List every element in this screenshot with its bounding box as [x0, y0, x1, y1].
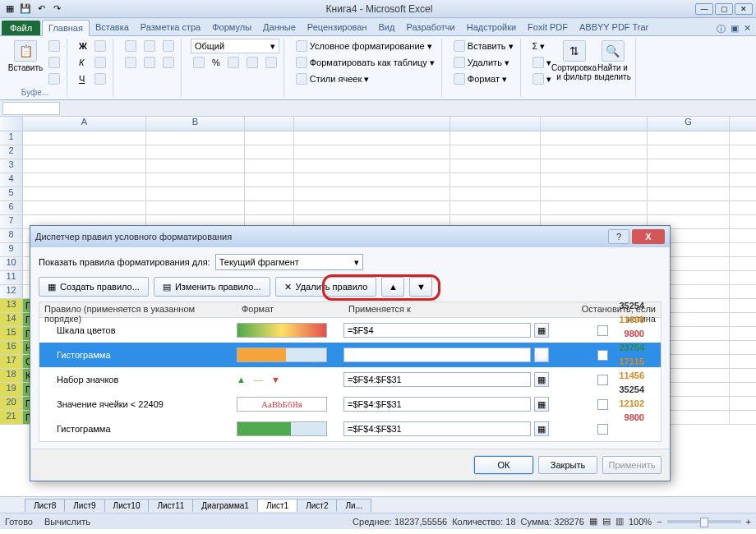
sheet-tab[interactable]: Диаграмма1 — [192, 499, 258, 512]
clear-button[interactable]: ▾ — [530, 71, 554, 86]
cut-button[interactable] — [46, 39, 62, 53]
applies-to-input[interactable]: =$F$4 — [343, 323, 531, 338]
ribbon-tab[interactable]: Вставка — [90, 20, 135, 35]
row-header[interactable]: 9 — [0, 243, 23, 256]
autosum-button[interactable]: Σ ▾ — [530, 39, 554, 53]
percent-button[interactable]: % — [210, 55, 223, 70]
row-header[interactable]: 18 — [0, 369, 23, 382]
align-center-button[interactable] — [141, 55, 158, 70]
ribbon-tab[interactable]: Разработчи — [400, 20, 460, 35]
ribbon-tab[interactable]: Foxit PDF — [522, 20, 574, 35]
apply-button[interactable]: Применить — [602, 456, 662, 474]
move-down-button[interactable]: ▼ — [409, 277, 432, 297]
col-header[interactable]: G — [648, 117, 730, 131]
bold-button[interactable]: Ж — [76, 39, 90, 53]
find-select-button[interactable]: 🔍 Найти и выделить — [595, 39, 631, 81]
row-header[interactable]: 8 — [0, 229, 23, 242]
stop-if-true-checkbox[interactable] — [597, 424, 608, 435]
sheet-tab[interactable]: Лист8 — [25, 499, 65, 512]
cell-styles-button[interactable]: Стили ячеек ▾ — [293, 71, 437, 86]
fill-color-button[interactable] — [92, 55, 108, 70]
view-break-icon[interactable]: ▥ — [615, 516, 624, 527]
zoom-out-button[interactable]: − — [657, 517, 662, 527]
edit-rule-button[interactable]: ▤Изменить правило... — [154, 277, 270, 297]
applies-to-input[interactable]: =$F$4:$F$31 — [343, 372, 531, 387]
italic-button[interactable]: К — [76, 55, 90, 70]
applies-to-input[interactable]: =$F$4:$F$31 — [343, 397, 531, 412]
ribbon-min-icon[interactable]: ▣ — [731, 23, 739, 35]
range-picker-button[interactable]: ▦ — [534, 323, 549, 338]
stop-if-true-checkbox[interactable] — [597, 350, 608, 361]
currency-button[interactable] — [191, 55, 207, 70]
ribbon-tab[interactable]: Формулы — [206, 20, 257, 35]
number-format-select[interactable]: Общий▾ — [191, 39, 279, 53]
rule-row[interactable]: Гистограмма=$F$6▦ — [39, 343, 661, 367]
paste-button[interactable]: 📋 Вставить — [7, 39, 44, 72]
sort-filter-button[interactable]: ⇅ Сортировка и фильтр — [556, 39, 592, 81]
sheet-tab[interactable]: Ли... — [336, 499, 371, 512]
close-button[interactable]: ✕ — [735, 3, 753, 15]
row-header[interactable]: 7 — [0, 215, 23, 228]
row-header[interactable]: 12 — [0, 285, 23, 298]
ribbon-tab[interactable]: Разметка стра — [135, 20, 206, 35]
merge-button[interactable] — [160, 55, 177, 70]
view-layout-icon[interactable]: ▤ — [602, 516, 611, 527]
align-top-button[interactable] — [122, 39, 139, 53]
row-header[interactable]: 16 — [0, 341, 23, 354]
sheet-tab[interactable]: Лист2 — [297, 499, 337, 512]
redo-icon[interactable]: ↷ — [50, 2, 63, 16]
dialog-titlebar[interactable]: Диспетчер правил условного форматировани… — [30, 226, 670, 247]
insert-cells-button[interactable]: Вставить ▾ — [451, 39, 516, 53]
row-header[interactable]: 10 — [0, 257, 23, 270]
conditional-formatting-button[interactable]: Условное форматирование ▾ — [293, 39, 437, 53]
align-left-button[interactable] — [122, 55, 139, 70]
name-box[interactable] — [2, 102, 60, 115]
row-header[interactable]: 17 — [0, 355, 23, 368]
stop-if-true-checkbox[interactable] — [597, 375, 608, 385]
stop-if-true-checkbox[interactable] — [597, 399, 608, 410]
row-header[interactable]: 21 — [0, 411, 23, 424]
col-header[interactable]: A — [23, 117, 146, 131]
ribbon-tab[interactable]: Вид — [373, 20, 401, 35]
dialog-help-button[interactable]: ? — [608, 229, 629, 244]
minimize-button[interactable]: — — [695, 3, 713, 15]
scope-select[interactable]: Текущий фрагмент▾ — [215, 254, 363, 270]
row-header[interactable]: 14 — [0, 313, 23, 326]
rule-row[interactable]: Набор значков▲—▼=$F$4:$F$31▦ — [39, 367, 661, 392]
wrap-text-button[interactable] — [160, 39, 177, 53]
zoom-slider[interactable] — [667, 520, 741, 523]
col-header[interactable]: B — [146, 117, 245, 131]
fill-button[interactable]: ▾ — [530, 55, 554, 70]
undo-icon[interactable]: ↶ — [35, 2, 48, 16]
doc-close-icon[interactable]: ✕ — [744, 23, 751, 35]
row-header[interactable]: 2 — [0, 145, 23, 159]
applies-to-input[interactable]: =$F$4:$F$31 — [343, 421, 531, 436]
range-picker-button[interactable]: ▦ — [534, 397, 549, 412]
sheet-tab[interactable]: Лист11 — [148, 499, 193, 512]
font-color-button[interactable] — [92, 71, 108, 86]
ribbon-tab[interactable]: Данные — [257, 20, 302, 35]
sheet-tab[interactable]: Лист1 — [257, 499, 297, 512]
dec-decimal-button[interactable] — [263, 55, 279, 70]
row-header[interactable]: 4 — [0, 173, 23, 186]
format-cells-button[interactable]: Формат ▾ — [451, 71, 516, 86]
row-header[interactable]: 3 — [0, 159, 23, 173]
sheet-tab[interactable]: Лист10 — [104, 499, 150, 512]
col-header[interactable] — [541, 117, 648, 131]
zoom-level[interactable]: 100% — [629, 517, 652, 527]
delete-cells-button[interactable]: Удалить ▾ — [451, 55, 516, 70]
stop-if-true-checkbox[interactable] — [597, 325, 608, 336]
row-header[interactable]: 20 — [0, 397, 23, 410]
format-as-table-button[interactable]: Форматировать как таблицу ▾ — [293, 55, 437, 70]
zoom-in-button[interactable]: + — [746, 517, 751, 527]
col-header[interactable] — [294, 117, 450, 131]
ok-button[interactable]: ОК — [474, 456, 533, 474]
col-header[interactable] — [450, 117, 541, 131]
border-button[interactable] — [92, 39, 108, 53]
col-header[interactable] — [245, 117, 294, 131]
maximize-button[interactable]: ▢ — [715, 3, 733, 15]
row-header[interactable]: 1 — [0, 131, 23, 145]
range-picker-button[interactable]: ▦ — [534, 372, 549, 387]
close-dialog-button[interactable]: Закрыть — [538, 456, 597, 474]
move-up-button[interactable]: ▲ — [381, 277, 404, 297]
